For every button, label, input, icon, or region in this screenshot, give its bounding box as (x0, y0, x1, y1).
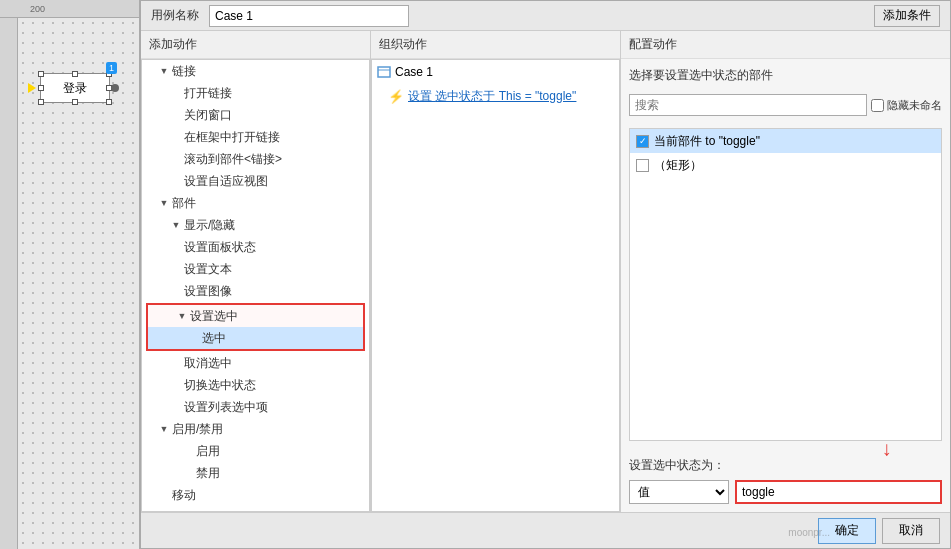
tree-label-links: 链接 (172, 63, 196, 80)
handle-bm[interactable] (72, 99, 78, 105)
hide-unnamed-label[interactable]: 隐藏未命名 (871, 98, 942, 113)
search-row: 隐藏未命名 (629, 94, 942, 116)
tree-item-toggle-selected[interactable]: 切换选中状态 (142, 374, 369, 396)
arrow-set-text (170, 263, 182, 275)
arrow-enable-disable (158, 423, 170, 435)
tree-item-deselect[interactable]: 取消选中 (142, 352, 369, 374)
tree-label-set-list-item: 设置列表选中项 (184, 399, 268, 416)
login-box: 登录 1 (40, 73, 110, 103)
case-name-input[interactable] (209, 5, 409, 27)
arrow-set-image (170, 285, 182, 297)
tree-label-set-selected: 设置选中 (190, 308, 238, 325)
tree-label-open-link: 打开链接 (184, 85, 232, 102)
tree-label-enable-disable: 启用/禁用 (172, 421, 223, 438)
component-row-current[interactable]: 当前部件 to "toggle" (630, 129, 941, 153)
login-widget[interactable]: 登录 1 (40, 73, 120, 123)
tree-label-close-window: 关闭窗口 (184, 107, 232, 124)
arrow-set-selected (176, 310, 188, 322)
canvas-area: 200 登录 (0, 0, 140, 549)
case-icon (376, 64, 392, 80)
selected-badge: 1 (106, 62, 117, 74)
tree-label-set-panel: 设置面板状态 (184, 239, 256, 256)
lightning-icon: ⚡ (388, 89, 404, 104)
organize-action-item[interactable]: ⚡ 设置 选中状态于 This = "toggle" (372, 84, 619, 108)
arrow-set-list-item (170, 401, 182, 413)
hide-unnamed-checkbox[interactable] (871, 99, 884, 112)
state-value-input[interactable] (735, 480, 942, 504)
action-text: 设置 选中状态于 This = "toggle" (408, 88, 576, 105)
tree-item-open-link[interactable]: 打开链接 (142, 82, 369, 104)
tree-item-set-panel[interactable]: 设置面板状态 (142, 236, 369, 258)
yellow-triangle-icon (28, 83, 36, 93)
checkbox-rect[interactable] (636, 159, 649, 172)
tree-item-selected[interactable]: 选中 (148, 327, 363, 349)
handle-tl[interactable] (38, 71, 44, 77)
arrow-show-hide (170, 219, 182, 231)
canvas-work-area: 登录 1 (18, 18, 139, 549)
handle-ml[interactable] (38, 85, 44, 91)
arrow-widget (158, 197, 170, 209)
handle-bl[interactable] (38, 99, 44, 105)
tree-item-adaptive-view[interactable]: 设置自适应视图 (142, 170, 369, 192)
svg-rect-0 (378, 67, 390, 77)
arrow-open-in-frame (170, 131, 182, 143)
tree-item-set-list-item[interactable]: 设置列表选中项 (142, 396, 369, 418)
config-body: 选择要设置选中状态的部件 隐藏未命名 当前部件 to "toggle" (621, 59, 950, 449)
handle-tm[interactable] (72, 71, 78, 77)
tree-label-widget: 部件 (172, 195, 196, 212)
tree-label-enable: 启用 (196, 443, 220, 460)
tree-item-widget[interactable]: 部件 (142, 192, 369, 214)
organize-case-item: Case 1 (372, 60, 619, 84)
handle-br[interactable] (106, 99, 112, 105)
tree-item-set-text[interactable]: 设置文本 (142, 258, 369, 280)
ruler-side (0, 18, 18, 549)
dialog: 用例名称 添加条件 添加动作 链接 打开链接 (140, 0, 951, 549)
component-row-rect[interactable]: （矩形） (630, 153, 941, 177)
component-label-current: 当前部件 to "toggle" (654, 133, 760, 150)
tree-item-links[interactable]: 链接 (142, 60, 369, 82)
organize-case-label: Case 1 (395, 65, 433, 79)
tree-item-scroll-to[interactable]: 滚动到部件<锚接> (142, 148, 369, 170)
arrow-adaptive-view (170, 175, 182, 187)
tree-item-enable[interactable]: 启用 (142, 440, 369, 462)
state-label: 设置选中状态为： (629, 457, 725, 474)
tree-label-adaptive-view: 设置自适应视图 (184, 173, 268, 190)
tree-item-close-window[interactable]: 关闭窗口 (142, 104, 369, 126)
organize-action-panel: 组织动作 Case 1 ⚡ 设置 选中状态于 (371, 31, 621, 512)
add-condition-button[interactable]: 添加条件 (874, 5, 940, 27)
tree-item-move[interactable]: 移动 (142, 484, 369, 506)
red-arrow-icon: ↑ (882, 440, 892, 463)
arrow-set-panel (170, 241, 182, 253)
arrow-disable (182, 467, 194, 479)
action-tree[interactable]: 链接 打开链接 关闭窗口 在框架中打开链接 (141, 59, 370, 512)
arrow-toggle-selected (170, 379, 182, 391)
tree-item-set-image[interactable]: 设置图像 (142, 280, 369, 302)
state-dropdown[interactable]: 值 (629, 480, 729, 504)
tree-label-scroll-to: 滚动到部件<锚接> (184, 151, 282, 168)
cancel-button[interactable]: 取消 (882, 518, 940, 544)
search-input[interactable] (629, 94, 867, 116)
arrow-close-window (170, 109, 182, 121)
tree-label-toggle-selected: 切换选中状态 (184, 377, 256, 394)
arrow-open-link (170, 87, 182, 99)
tree-label-selected: 选中 (202, 330, 226, 347)
watermark: moonpr... (788, 527, 830, 538)
tree-item-enable-disable[interactable]: 启用/禁用 (142, 418, 369, 440)
organize-action-header: 组织动作 (371, 31, 620, 59)
checkbox-current[interactable] (636, 135, 649, 148)
tree-item-open-in-frame[interactable]: 在框架中打开链接 (142, 126, 369, 148)
tree-label-set-text: 设置文本 (184, 261, 232, 278)
component-list[interactable]: 当前部件 to "toggle" （矩形） (629, 128, 942, 441)
tree-item-disable[interactable]: 禁用 (142, 462, 369, 484)
case-name-label: 用例名称 (151, 7, 199, 24)
config-footer: 设置选中状态为： 值 ↑ (621, 449, 950, 512)
dialog-footer: moonpr... 确定 取消 (141, 512, 950, 548)
dialog-body: 添加动作 链接 打开链接 关闭窗口 (141, 31, 950, 512)
tree-item-show-hide[interactable]: 显示/隐藏 (142, 214, 369, 236)
add-action-panel: 添加动作 链接 打开链接 关闭窗口 (141, 31, 371, 512)
tree-item-set-selected[interactable]: 设置选中 (148, 305, 363, 327)
arrow-enable (182, 445, 194, 457)
state-value-row: 值 ↑ (629, 480, 942, 504)
tree-label-show-hide: 显示/隐藏 (184, 217, 235, 234)
organize-tree[interactable]: Case 1 ⚡ 设置 选中状态于 This = "toggle" (371, 59, 620, 512)
